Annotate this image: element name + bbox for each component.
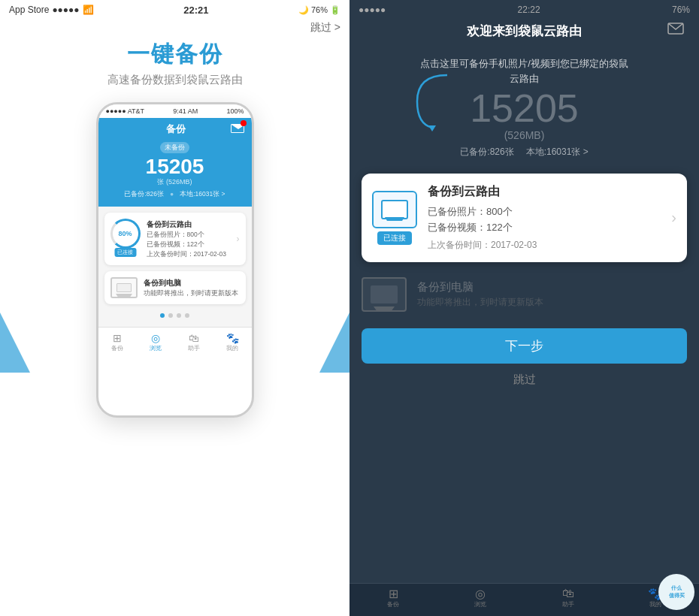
computer-subtitle: 功能即将推出，到时请更新版本 xyxy=(417,296,687,309)
browse-tab-icon: ◎ xyxy=(149,333,162,343)
phone-body: 80% 已连接 备份到云路由 已备份照片：800个 已备份视频：122个 上次备… xyxy=(98,207,252,327)
connected-badge: 已连接 xyxy=(114,248,136,257)
app-store-label: App Store xyxy=(9,5,49,15)
connected-tag: 已连接 xyxy=(377,231,412,245)
phone-battery: 100% xyxy=(226,107,244,115)
skip-link[interactable]: 跳过 xyxy=(350,367,699,393)
right-card-photo: 已备份照片：800个 xyxy=(428,204,661,220)
phone-blue-header: 备份 未备份 15205 张 (526MB) 已备份:826张 ● 本地:160 xyxy=(98,118,252,207)
router-icon xyxy=(372,191,417,228)
computer-title: 备份到电脑 xyxy=(417,280,687,294)
skip-button[interactable]: 跳过 > xyxy=(310,21,340,35)
mine-tab-icon: 🐾 xyxy=(225,333,239,343)
battery-icon: 🔋 xyxy=(330,5,340,15)
right-local: 本地:16031张 > xyxy=(526,146,589,159)
phone-mockup: ●●●●● AT&T 9:41 AM 100% 备份 未备份 15205 xyxy=(96,102,254,418)
left-panel: App Store ●●●●● 📶 22:21 🌙 76% 🔋 跳过 > 一键备… xyxy=(0,0,350,616)
watermark: 什么 值得买 xyxy=(658,574,694,610)
right-count-display: 15205 xyxy=(470,89,579,128)
computer-card-title: 备份到电脑 xyxy=(144,278,240,288)
router-body xyxy=(381,200,408,219)
right-tab-assistant[interactable]: 🛍 助手 xyxy=(561,588,575,608)
moon-icon: 🌙 xyxy=(298,5,309,15)
right-header: 欢迎来到袋鼠云路由 xyxy=(350,17,699,49)
right-card-chevron: › xyxy=(671,209,676,226)
cloud-card-photo: 已备份照片：800个 xyxy=(147,231,231,240)
router-icon-wrap: 已连接 xyxy=(372,191,417,245)
right-stats-row: 已备份:826张 本地:16031张 > xyxy=(460,146,588,159)
assistant-tab-icon: 🛍 xyxy=(187,333,201,343)
phone-carrier: ●●●●● AT&T xyxy=(106,107,145,115)
arrow-decoration xyxy=(410,71,455,131)
monitor-icon xyxy=(110,277,138,298)
tab-backup[interactable]: ⊞ 备份 xyxy=(110,333,124,352)
backed-count: 已备份:826张 xyxy=(124,190,164,199)
left-status-group: App Store ●●●●● 📶 xyxy=(9,5,94,15)
right-panel: ●●●●● 22:22 76% 欢迎来到袋鼠云路由 点击这里可备份手机照片/视频… xyxy=(350,0,699,616)
local-count: 本地:16031张 > xyxy=(180,190,225,199)
status-bar-left: App Store ●●●●● 📶 22:21 🌙 76% 🔋 xyxy=(0,0,350,17)
right-backed: 已备份:826张 xyxy=(460,146,513,159)
watermark-line2: 值得买 xyxy=(669,592,685,599)
right-header-title: 欢迎来到袋鼠云路由 xyxy=(467,23,582,40)
photo-section: 点击这里可备份手机照片/视频到您已绑定的袋鼠云路由 15205 (526MB) … xyxy=(350,49,699,166)
watermark-line1: 什么 xyxy=(671,584,682,592)
deco-triangle-left xyxy=(0,282,30,373)
computer-section: 备份到电脑 功能即将推出，到时请更新版本 xyxy=(362,270,687,319)
right-card-details: 备份到云路由 已备份照片：800个 已备份视频：122个 上次备份时间：2017… xyxy=(428,184,661,252)
time-center: 22:21 xyxy=(183,5,208,16)
cloud-card-video: 已备份视频：122个 xyxy=(147,240,231,249)
tab-mine[interactable]: 🐾 我的 xyxy=(225,333,239,352)
computer-card[interactable]: 备份到电脑 功能即将推出，到时请更新版本 xyxy=(104,271,246,304)
right-tab-backup[interactable]: ⊞ 备份 xyxy=(386,588,400,608)
right-assistant-label: 助手 xyxy=(562,600,574,608)
tab-browse[interactable]: ◎ 浏览 xyxy=(149,333,162,352)
right-backup-icon: ⊞ xyxy=(386,588,400,599)
unbacked-label: 未备份 xyxy=(160,142,189,153)
photo-count-sub: 张 (526MB) xyxy=(106,177,244,187)
monitor-icon-large xyxy=(362,277,407,312)
wifi-icon: 📶 xyxy=(83,5,94,15)
right-card-date: 上次备份时间：2017-02-03 xyxy=(428,239,661,252)
page-dot-3 xyxy=(177,313,181,318)
status-bar-right: ●●●●● 22:22 76% xyxy=(350,0,699,17)
right-status-group: 🌙 76% 🔋 xyxy=(298,5,340,15)
right-backup-label: 备份 xyxy=(387,600,399,608)
hero-section: 一键备份 高速备份数据到袋鼠云路由 xyxy=(0,17,350,87)
bottom-tabs-right: ⊞ 备份 ◎ 浏览 🛍 助手 🐾 我的 xyxy=(350,583,699,616)
computer-card-subtitle: 功能即将推出，到时请更新版本 xyxy=(144,289,240,298)
notification-badge xyxy=(241,120,247,126)
next-button[interactable]: 下一步 xyxy=(362,328,687,364)
phone-tabs: ⊞ 备份 ◎ 浏览 🛍 助手 🐾 我的 xyxy=(98,327,252,357)
deco-triangle-right xyxy=(319,282,350,373)
stats-row: 已备份:826张 ● 本地:16031张 > xyxy=(106,190,244,199)
right-browse-label: 浏览 xyxy=(474,600,486,608)
monitor-screen xyxy=(371,285,398,303)
page-dots xyxy=(104,310,246,321)
mine-tab-label: 我的 xyxy=(226,344,238,352)
right-card-title: 备份到云路由 xyxy=(428,184,661,200)
hero-title: 一键备份 xyxy=(127,39,223,70)
cloud-router-card[interactable]: 80% 已连接 备份到云路由 已备份照片：800个 已备份视频：122个 上次备… xyxy=(104,213,246,265)
right-mine-label: 我的 xyxy=(649,600,661,608)
cloud-router-white-card[interactable]: 已连接 备份到云路由 已备份照片：800个 已备份视频：122个 上次备份时间：… xyxy=(362,174,687,262)
right-signal: ●●●●● xyxy=(359,5,386,15)
phone-mockup-wrap: ●●●●● AT&T 9:41 AM 100% 备份 未备份 15205 xyxy=(0,102,350,418)
assistant-tab-label: 助手 xyxy=(188,344,200,352)
page-dot-2 xyxy=(168,313,173,318)
backup-title: 备份 xyxy=(166,122,186,136)
signal-dots: ●●●●● xyxy=(52,5,79,15)
right-card-video: 已备份视频：122个 xyxy=(428,220,661,236)
computer-text: 备份到电脑 功能即将推出，到时请更新版本 xyxy=(417,280,687,309)
progress-circle: 80% 已连接 xyxy=(110,219,141,249)
envelope-icon-wrap xyxy=(231,122,244,136)
tab-assistant[interactable]: 🛍 助手 xyxy=(187,333,201,352)
page-dot-1 xyxy=(160,313,165,318)
right-tab-browse[interactable]: ◎ 浏览 xyxy=(474,588,487,608)
right-time: 22:22 xyxy=(518,5,540,15)
hero-subtitle: 高速备份数据到袋鼠云路由 xyxy=(107,73,243,87)
svg-marker-1 xyxy=(428,125,436,131)
mail-icon-right xyxy=(667,23,684,38)
cloud-card-title: 备份到云路由 xyxy=(147,219,231,230)
right-count-mb: (526MB) xyxy=(504,129,545,141)
